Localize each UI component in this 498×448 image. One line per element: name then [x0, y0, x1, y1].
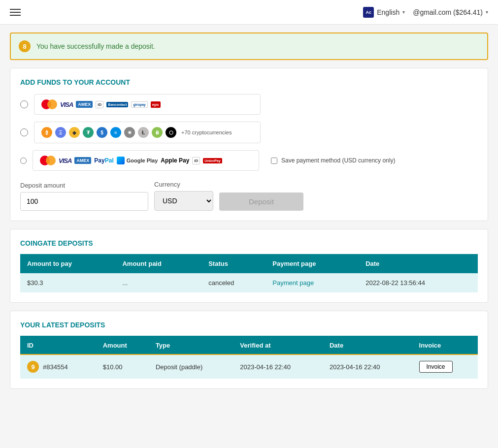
coingate-header-row: Amount to pay Amount paid Status Payment… — [20, 254, 478, 273]
coingate-table-container: Amount to pay Amount paid Status Payment… — [20, 254, 478, 292]
ltc-icon: Ł — [138, 127, 149, 138]
save-payment-checkbox[interactable] — [271, 158, 277, 164]
invoice-button[interactable]: Invoice — [419, 361, 453, 373]
crypto-logos: ₿ Ξ ◆ ₮ $ ≡ ✷ Ł Ƀ ⬡ +70 cryptocurrencies — [41, 127, 232, 138]
col-verified-at: Verified at — [233, 336, 323, 355]
latest-row-1: 9 #834554 $10.00 Deposit (paddle) 2023-0… — [20, 355, 478, 379]
mastercard-logo-2 — [40, 156, 56, 165]
lang-chevron: ▾ — [402, 9, 405, 15]
account-chevron: ▾ — [486, 9, 488, 15]
amex-logo-2: AMEX — [74, 157, 91, 164]
bnb-icon: ◆ — [69, 127, 80, 138]
add-funds-title: ADD FUNDS TO YOUR ACCOUNT — [20, 78, 478, 86]
col-status: Status — [201, 254, 266, 273]
applepay-logo: Apple Pay — [161, 157, 189, 164]
latest-deposits-table: ID Amount Type Verified at Date Invoice … — [20, 336, 478, 379]
coingate-date: 2022-08-22 13:56:44 — [359, 273, 478, 292]
col-amount: Amount — [96, 336, 149, 355]
latest-header-row: ID Amount Type Verified at Date Invoice — [20, 336, 478, 355]
card-logos: VISA AMEX iD Bancontact giropay eps — [41, 99, 161, 109]
payment-radio-3[interactable] — [20, 158, 27, 164]
algo-icon: ⬡ — [166, 127, 176, 138]
amount-input[interactable] — [20, 192, 148, 211]
amount-group: Deposit amount — [20, 182, 148, 211]
amex-logo: AMEX — [76, 101, 93, 108]
latest-id: 9 #834554 — [20, 355, 96, 379]
col-invoice: Invoice — [412, 336, 478, 355]
deposit-form: Deposit amount Currency USD EUR GBP Depo… — [20, 181, 478, 211]
paypal-logo: PayPal — [94, 157, 113, 164]
main-content: 8 You have successfully made a deposit. … — [0, 25, 498, 405]
mastercard-logo — [41, 99, 57, 109]
latest-verified-at: 2023-04-16 22:40 — [233, 355, 323, 379]
payment-radio-1[interactable] — [20, 100, 28, 108]
lang-label: English — [377, 8, 399, 16]
account-selector[interactable]: @gmail.com ($264.41) ▾ — [413, 8, 488, 16]
header-right: Ac English ▾ @gmail.com ($264.41) ▾ — [363, 7, 488, 18]
coingate-amount-paid: ... — [115, 273, 201, 292]
dash-icon: ≡ — [110, 127, 121, 138]
latest-date: 2023-04-16 22:40 — [323, 355, 412, 379]
col-amount-to-pay: Amount to pay — [20, 254, 115, 273]
payment-option-3[interactable]: VISA AMEX PayPal Google Play Apple Pay i… — [33, 150, 259, 171]
payment-row-1: VISA AMEX iD Bancontact giropay eps — [20, 94, 478, 115]
payment-row-3: VISA AMEX PayPal Google Play Apple Pay i… — [20, 150, 478, 171]
deposit-button[interactable]: Deposit — [219, 192, 303, 211]
payment-option-2[interactable]: ₿ Ξ ◆ ₮ $ ≡ ✷ Ł Ƀ ⬡ +70 cryptocurrencies — [34, 122, 261, 143]
success-message: You have successfully made a deposit. — [36, 42, 155, 50]
usdt-icon: ₮ — [83, 127, 94, 138]
id-logo-2: iD — [192, 157, 200, 164]
currency-select[interactable]: USD EUR GBP — [154, 191, 213, 211]
header-left — [10, 9, 21, 16]
col-amount-paid: Amount paid — [115, 254, 201, 273]
crypto-more-label: +70 cryptocurrencies — [181, 129, 232, 135]
banner-badge: 8 — [19, 40, 31, 52]
lang-icon: Ac — [363, 7, 374, 18]
hamburger-menu[interactable] — [10, 9, 21, 16]
mixed-logos: VISA AMEX PayPal Google Play Apple Pay i… — [40, 156, 222, 165]
bancontact-logo: Bancontact — [106, 102, 128, 107]
account-label: @gmail.com ($264.41) — [413, 8, 483, 16]
giropay-logo: giropay — [131, 101, 147, 108]
header: Ac English ▾ @gmail.com ($264.41) ▾ — [0, 0, 498, 25]
latest-amount: $10.00 — [96, 355, 149, 379]
add-funds-card: ADD FUNDS TO YOUR ACCOUNT VISA AMEX iD B… — [10, 68, 488, 221]
play-icon — [117, 157, 125, 164]
payment-row-2: ₿ Ξ ◆ ₮ $ ≡ ✷ Ł Ƀ ⬡ +70 cryptocurrencies — [20, 122, 478, 143]
currency-label: Currency — [154, 181, 213, 188]
col-payment-page: Payment page — [266, 254, 359, 273]
usdc-icon: $ — [97, 127, 107, 138]
latest-deposits-table-container: ID Amount Type Verified at Date Invoice … — [20, 336, 478, 379]
eps-logo: eps — [151, 101, 161, 108]
latest-deposits-title: YOUR LATEST DEPOSITS — [20, 321, 478, 329]
google-play-logo: Google Play — [117, 157, 158, 164]
payment-methods: VISA AMEX iD Bancontact giropay eps ₿ Ξ — [20, 94, 478, 171]
currency-group: Currency USD EUR GBP — [154, 181, 213, 211]
coingate-card: COINGATE DEPOSITS Amount to pay Amount p… — [10, 229, 488, 303]
success-banner: 8 You have successfully made a deposit. — [10, 32, 488, 60]
bch-icon: Ƀ — [152, 127, 163, 138]
visa-logo-2: VISA — [59, 157, 71, 164]
save-payment-label: Save payment method (USD currency only) — [281, 157, 395, 164]
id-logo: iD — [96, 101, 103, 108]
unionpay-logo: UnionPay — [203, 158, 222, 163]
col-type: Type — [149, 336, 233, 355]
col-date-latest: Date — [323, 336, 412, 355]
coingate-row-1: $30.3 ... canceled Payment page 2022-08-… — [20, 273, 478, 292]
payment-radio-2[interactable] — [20, 128, 28, 136]
coingate-table: Amount to pay Amount paid Status Payment… — [20, 254, 478, 292]
latest-type: Deposit (paddle) — [149, 355, 233, 379]
coingate-amount-to-pay: $30.3 — [20, 273, 115, 292]
ethereum-icon: Ξ — [55, 127, 66, 138]
row-badge-9: 9 — [27, 361, 39, 373]
language-selector[interactable]: Ac English ▾ — [363, 7, 405, 18]
xrp-icon: ✷ — [124, 127, 135, 138]
visa-logo: VISA — [60, 101, 73, 108]
col-date: Date — [359, 254, 478, 273]
col-id: ID — [20, 336, 96, 355]
latest-deposits-card: YOUR LATEST DEPOSITS ID Amount Type Veri… — [10, 311, 488, 389]
coingate-payment-page: Payment page — [266, 273, 359, 292]
amount-label: Deposit amount — [20, 182, 148, 189]
payment-option-1[interactable]: VISA AMEX iD Bancontact giropay eps — [34, 94, 261, 115]
save-payment-area: Save payment method (USD currency only) — [271, 157, 395, 164]
